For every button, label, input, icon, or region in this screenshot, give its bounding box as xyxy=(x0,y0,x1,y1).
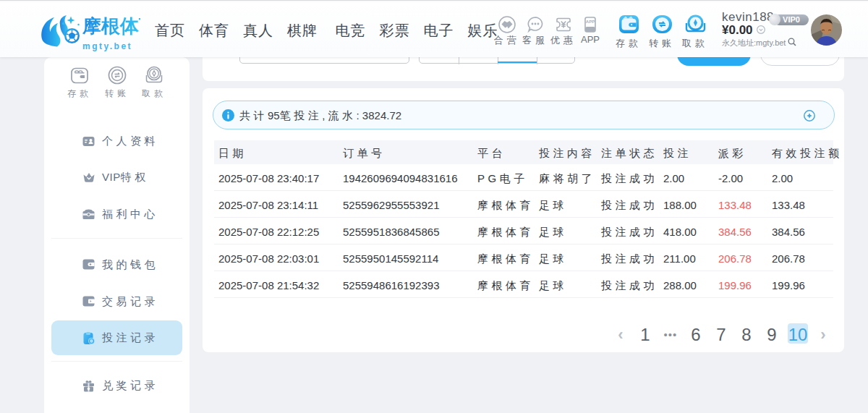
svg-text:APP: APP xyxy=(586,20,595,24)
